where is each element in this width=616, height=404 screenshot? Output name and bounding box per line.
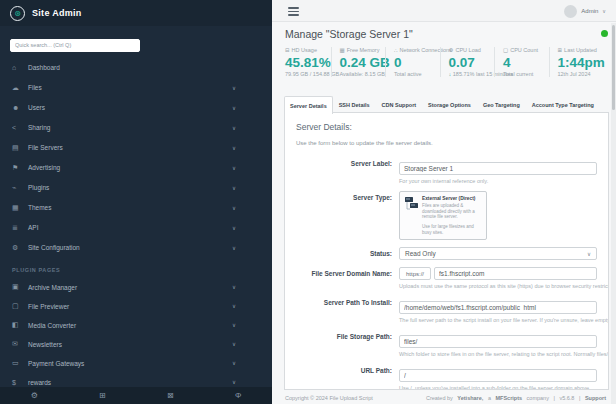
lock-icon[interactable]: ⊠ — [167, 391, 174, 400]
stat-value: 0.24 GB — [340, 55, 386, 70]
domain-input[interactable] — [434, 267, 597, 280]
support-link[interactable]: Support — [585, 395, 606, 401]
chevron-down-icon: ∨ — [232, 205, 236, 211]
copyright-text: Copyright © 2024 File Upload Script — [285, 395, 373, 401]
scrollbar-thumb[interactable] — [612, 25, 615, 110]
sidebar-item-payment-gateways[interactable]: ▭ Payment Gateways ∨ — [0, 354, 272, 373]
install-path-input[interactable] — [399, 301, 597, 314]
storage-path-label: File Storage Path: — [296, 330, 399, 357]
search-input[interactable] — [10, 39, 140, 52]
sidebar-item-newsletters[interactable]: ✉ Newsletters ∨ — [0, 335, 272, 354]
chevron-down-icon: ∨ — [587, 251, 591, 257]
credits-text: Created by Yetishare, a MFScripts compan… — [426, 395, 606, 401]
stat-hd-usage: ⊟HD Usage 45.81% 79.95 GB / 154.88 GB — [285, 47, 331, 77]
sidebar-item-api[interactable]: ≣ API ∨ — [0, 218, 272, 238]
version-text: v5.6.8 — [559, 395, 574, 401]
cpu-count-icon: ▢ — [503, 47, 508, 53]
url-path-label: URL Path: — [296, 364, 399, 390]
tab-storage-options[interactable]: Storage Options — [422, 96, 477, 113]
server-type-option[interactable]: External Server (Direct) Files are uploa… — [399, 191, 487, 240]
tab-ssh-details[interactable]: SSH Details — [333, 96, 376, 113]
archive-icon: ▣ — [12, 283, 28, 291]
url-path-note: Use /, unless you've installed into a su… — [399, 385, 597, 390]
form-row-server-label: Server Label: For your own internal refe… — [296, 157, 597, 184]
tab-cdn-support[interactable]: CDN Support — [376, 96, 423, 113]
stat-network-connections: ∴Network Connections 0 Total active — [385, 47, 440, 77]
install-path-note: The full server path to the script insta… — [399, 317, 597, 323]
sidebar-item-file-previewer[interactable]: ▢ File Previewer ∨ — [0, 297, 272, 316]
power-icon[interactable]: Φ — [235, 391, 241, 400]
stat-cpu-load: ⚙CPU Load 0.07 ↓ 185.71% last 15 minutes — [440, 47, 495, 77]
server-stack-icon — [405, 196, 418, 235]
form-row-url-path: URL Path: Use /, unless you've installed… — [296, 364, 597, 390]
sidebar-item-users[interactable]: ☻ Users ∨ — [0, 98, 272, 118]
sidebar-footer: ⚙ ⊞ ⊠ Φ — [0, 387, 272, 404]
sidebar-item-media-converter[interactable]: ◧ Media Converter ∨ — [0, 316, 272, 335]
server-type-label: Server Type: — [296, 191, 399, 240]
chevron-down-icon: ∨ — [232, 165, 236, 171]
users-icon: ☻ — [12, 104, 28, 111]
page-title: Manage "Storage Server 1" — [285, 28, 616, 40]
stat-free-memory: ▦Free Memory 0.24 GB Available: 8.15 GB — [331, 47, 386, 77]
envelope-icon: ✉ — [12, 340, 28, 348]
sidebar-logo[interactable]: ⊛ Site Admin — [0, 0, 272, 26]
company-link[interactable]: MFScripts — [495, 395, 522, 401]
storage-path-input[interactable] — [399, 335, 597, 348]
sidebar-item-archive-manager[interactable]: ▣ Archive Manager ∨ — [0, 278, 272, 297]
form-row-status: Status: Read Only ∨ — [296, 247, 597, 260]
stat-sub: Total active — [394, 71, 440, 77]
sidebar-item-sharing[interactable]: < Sharing ∨ — [0, 118, 272, 138]
status-label: Status: — [296, 247, 399, 260]
sidebar-item-plugins[interactable]: ⌁ Plugins ∨ — [0, 178, 272, 198]
tab-geo-targeting[interactable]: Geo Targeting — [477, 96, 526, 113]
menu-toggle-button[interactable] — [288, 7, 299, 18]
stat-value: 0 — [394, 55, 440, 70]
gear-icon: ⚙ — [12, 244, 28, 252]
home-icon: ⌂ — [12, 64, 28, 71]
tab-account-type-targeting[interactable]: Account Type Targeting — [526, 96, 600, 113]
server-label-input[interactable] — [399, 162, 597, 175]
domain-label: File Server Domain Name: — [296, 267, 399, 289]
storage-path-note: Which folder to store files in on the fi… — [399, 351, 597, 357]
chevron-down-icon: ∨ — [232, 125, 236, 131]
sidebar-item-file-servers[interactable]: ▤ File Servers ∨ — [0, 138, 272, 158]
server-type-desc2: Use for large filesizes and busy sites. — [422, 224, 481, 235]
user-menu[interactable]: Admin ∨ — [564, 0, 606, 22]
sidebar-item-site-configuration[interactable]: ⚙ Site Configuration ∨ — [0, 238, 272, 258]
tab-server-details[interactable]: Server Details — [284, 96, 333, 114]
install-path-label: Server Path To Install: — [296, 296, 399, 323]
chevron-down-icon: ∨ — [232, 379, 236, 385]
hd-icon: ⊟ — [285, 47, 290, 53]
chevron-down-icon: ∨ — [232, 341, 236, 347]
protocol-prefix[interactable]: https:// — [399, 267, 431, 280]
brand-link[interactable]: Yetishare, — [457, 395, 483, 401]
sidebar-item-themes[interactable]: ▦ Themes ∨ — [0, 198, 272, 218]
server-type-desc: Files are uploaded & downloaded directly… — [422, 203, 481, 220]
sidebar-item-files[interactable]: ☁ Files ∨ — [0, 78, 272, 98]
user-label: Admin — [581, 8, 598, 14]
chevron-down-icon: ∨ — [232, 303, 236, 309]
chevron-down-icon: ∨ — [232, 322, 236, 328]
form-row-install-path: Server Path To Install: The full server … — [296, 296, 597, 323]
server-label-label: Server Label: — [296, 157, 399, 184]
status-select[interactable]: Read Only ∨ — [399, 247, 597, 260]
sidebar-item-dashboard[interactable]: ⌂ Dashboard — [0, 58, 272, 78]
footer: Copyright © 2024 File Upload Script Crea… — [285, 395, 606, 401]
calendar-icon: ⊞ — [558, 47, 563, 53]
avatar — [564, 5, 577, 18]
scrollbar[interactable] — [611, 23, 616, 404]
image-icon: ▦ — [12, 204, 28, 212]
stat-cpu-count: ▢CPU Count 4 Total current — [494, 47, 549, 77]
cpu-load-icon: ⚙ — [449, 47, 454, 53]
chevron-down-icon: ∨ — [232, 284, 236, 290]
server-label-note: For your own internal reference only. — [399, 178, 597, 184]
sidebar-item-advertising[interactable]: ⚑ Advertising ∨ — [0, 158, 272, 178]
cloud-icon: ☁ — [12, 84, 28, 92]
chevron-down-icon: ∨ — [232, 360, 236, 366]
stat-value: 0.07 — [449, 55, 495, 70]
expand-icon[interactable]: ⊞ — [99, 391, 106, 400]
stat-sub: 79.95 GB / 154.88 GB — [285, 71, 331, 77]
gear-icon[interactable]: ⚙ — [31, 391, 38, 400]
card-icon: ▭ — [12, 359, 28, 367]
url-path-input[interactable] — [399, 369, 597, 382]
